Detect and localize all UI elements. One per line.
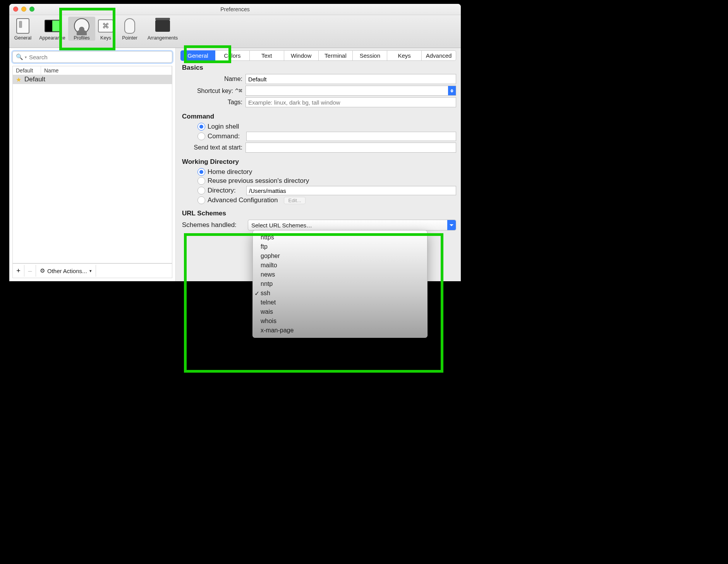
keys-icon: ⌘: [98, 19, 113, 33]
scheme-option-telnet[interactable]: telnet: [253, 298, 427, 307]
tab-keys[interactable]: Keys: [387, 50, 422, 61]
scheme-option-nntp[interactable]: nntp: [253, 279, 427, 289]
custom-dir-field[interactable]: [246, 186, 456, 195]
general-icon: [16, 18, 29, 34]
header-name[interactable]: Name: [41, 66, 172, 75]
login-shell-radio[interactable]: [197, 123, 205, 131]
chevron-down-icon: ▾: [89, 268, 92, 273]
edit-button[interactable]: Edit...: [284, 197, 305, 204]
profile-list-header: Default Name: [12, 66, 172, 75]
check-icon: ✓: [254, 290, 259, 297]
profile-settings: General Colors Text Window Terminal Sess…: [176, 48, 461, 281]
toolbar-profiles[interactable]: Profiles: [68, 17, 95, 41]
header-default[interactable]: Default: [13, 66, 41, 75]
chevron-down-icon: [447, 220, 456, 230]
star-icon: ★: [16, 76, 21, 83]
window-title: Preferences: [220, 6, 249, 12]
shortcut-key-select[interactable]: [246, 86, 456, 96]
other-actions-menu[interactable]: ⚙ Other Actions... ▾: [36, 265, 96, 277]
search-icon: 🔍: [16, 53, 23, 60]
sidebar-footer: + – ⚙ Other Actions... ▾: [12, 263, 172, 278]
profile-list[interactable]: ★ Default: [12, 75, 172, 263]
advanced-config-label: Advanced Configuration: [208, 196, 278, 204]
scheme-option-whois[interactable]: whois: [253, 316, 427, 326]
toolbar-arrangements[interactable]: Arrangements: [143, 17, 182, 41]
close-button[interactable]: [13, 7, 18, 12]
other-actions-label: Other Actions...: [47, 268, 87, 274]
tab-text[interactable]: Text: [250, 50, 284, 61]
tab-advanced[interactable]: Advanced: [422, 50, 456, 61]
home-dir-radio[interactable]: [197, 168, 205, 176]
profile-tabs: General Colors Text Window Terminal Sess…: [180, 50, 456, 61]
scheme-option-ftp[interactable]: ftp: [253, 242, 427, 251]
tags-label: Tags:: [180, 99, 246, 106]
profile-icon: [74, 18, 89, 34]
appearance-icon: [45, 20, 60, 32]
scheme-option-x-man-page[interactable]: x-man-page: [253, 326, 427, 335]
toolbar-general[interactable]: General: [9, 17, 36, 41]
profile-sidebar: 🔍 ▾ Default Name ★ Default + – ⚙ Other A…: [9, 48, 176, 281]
command-title: Command: [182, 113, 456, 120]
command-radio[interactable]: [197, 132, 205, 140]
scheme-option-wais[interactable]: wais: [253, 307, 427, 316]
working-dir-title: Working Directory: [182, 158, 456, 166]
stepper-arrows-icon: [448, 86, 456, 95]
send-text-field[interactable]: [246, 143, 456, 153]
reuse-dir-radio[interactable]: [197, 177, 205, 185]
add-profile-button[interactable]: +: [13, 265, 24, 277]
custom-dir-label: Directory:: [208, 187, 242, 194]
send-text-label: Send text at start:: [180, 144, 246, 151]
toolbar-appearance-label: Appearance: [36, 35, 68, 41]
basics-title: Basics: [182, 64, 456, 72]
toolbar-pointer[interactable]: Pointer: [116, 17, 143, 41]
toolbar-appearance[interactable]: Appearance: [36, 17, 68, 41]
command-label: Command:: [208, 132, 242, 140]
scheme-option-news[interactable]: news: [253, 270, 427, 279]
command-field[interactable]: [246, 132, 456, 141]
schemes-dropdown: https ftp gopher mailto news nntp ✓ssh t…: [252, 230, 428, 338]
shortcut-label: Shortcut key: ^⌘: [180, 87, 246, 95]
tab-window[interactable]: Window: [284, 50, 319, 61]
gear-icon: ⚙: [40, 267, 45, 274]
search-input[interactable]: [28, 53, 169, 61]
login-shell-label: Login shell: [208, 123, 239, 131]
reuse-dir-label: Reuse previous session's directory: [208, 177, 309, 185]
toolbar-general-label: General: [9, 35, 36, 41]
pointer-icon: [124, 18, 135, 34]
home-dir-label: Home directory: [208, 168, 252, 176]
remove-profile-button[interactable]: –: [24, 265, 36, 277]
chevron-down-icon: ▾: [25, 55, 27, 59]
toolbar: General Appearance Profiles ⌘ Keys Point…: [9, 15, 461, 48]
tab-terminal[interactable]: Terminal: [319, 50, 353, 61]
custom-dir-radio[interactable]: [197, 187, 205, 194]
scheme-option-https[interactable]: https: [253, 233, 427, 242]
url-schemes-title: URL Schemes: [182, 210, 456, 217]
tab-session[interactable]: Session: [353, 50, 387, 61]
name-field[interactable]: [246, 74, 456, 84]
zoom-button[interactable]: [29, 7, 34, 12]
titlebar: Preferences: [9, 4, 461, 15]
schemes-select[interactable]: Select URL Schemes…: [248, 220, 456, 230]
preferences-window: Preferences General Appearance Profiles …: [9, 4, 461, 279]
tab-general[interactable]: General: [180, 50, 215, 61]
schemes-placeholder: Select URL Schemes…: [251, 222, 312, 229]
name-label: Name:: [180, 76, 246, 83]
profile-name: Default: [24, 76, 45, 83]
advanced-config-radio[interactable]: [197, 196, 205, 204]
window-controls: [13, 7, 34, 12]
scheme-option-ssh[interactable]: ✓ssh: [253, 289, 427, 298]
toolbar-keys[interactable]: ⌘ Keys: [95, 17, 116, 41]
minimize-button[interactable]: [21, 7, 26, 12]
search-field[interactable]: 🔍 ▾: [12, 51, 172, 63]
toolbar-arrangements-label: Arrangements: [143, 35, 182, 41]
profile-row[interactable]: ★ Default: [13, 75, 172, 84]
scheme-option-mailto[interactable]: mailto: [253, 261, 427, 270]
toolbar-profiles-label: Profiles: [68, 35, 95, 41]
tab-colors[interactable]: Colors: [215, 50, 250, 61]
toolbar-pointer-label: Pointer: [116, 35, 143, 41]
scheme-option-gopher[interactable]: gopher: [253, 251, 427, 261]
tags-field[interactable]: [246, 97, 456, 107]
toolbar-keys-label: Keys: [95, 35, 116, 41]
arrangements-icon: [155, 20, 170, 32]
schemes-label: Schemes handled:: [180, 221, 248, 229]
